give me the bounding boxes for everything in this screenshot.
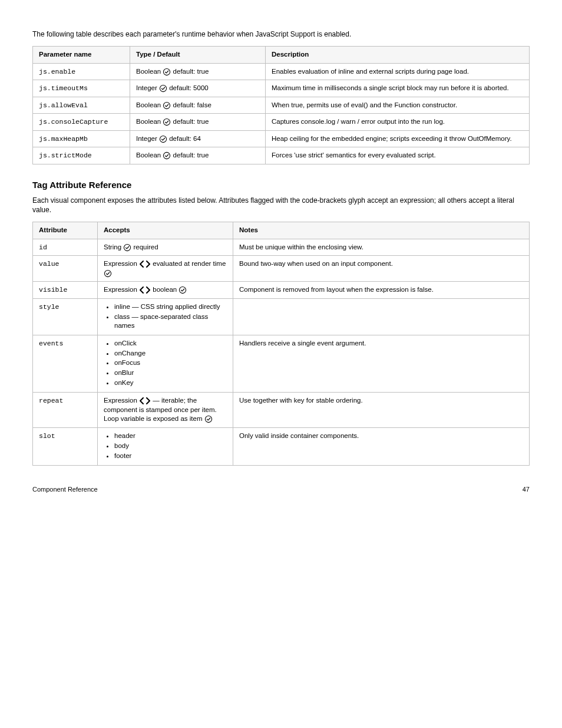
- svg-point-3: [164, 119, 170, 126]
- svg-point-7: [104, 270, 111, 276]
- attr-notes-cell: Must be unique within the enclosing view…: [233, 239, 530, 256]
- param-type-cell: Boolean default: true: [130, 114, 266, 131]
- code-brackets-icon: [139, 261, 151, 268]
- param-name: js.timeoutMs: [39, 84, 88, 92]
- attr-name-cell: value: [33, 256, 98, 282]
- code-brackets-icon: [139, 397, 151, 404]
- attr-notes-cell: Bound two-way when used on an input comp…: [233, 256, 530, 282]
- parameters-table: Parameter name Type / Default Descriptio…: [32, 46, 530, 164]
- param-name-cell: js.maxHeapMb: [33, 130, 130, 147]
- table-row: js.allowEvalBoolean default: falseWhen t…: [33, 97, 530, 114]
- param-desc-cell: Heap ceiling for the embedded engine; sc…: [266, 130, 530, 147]
- check-circle-icon: [178, 286, 187, 294]
- col-header: Attribute: [33, 222, 98, 239]
- table-header-row: Attribute Accepts Notes: [33, 222, 530, 239]
- param-type-cell: Boolean default: false: [130, 97, 266, 114]
- attr-accepts-cell: Expression — iterable; the component is …: [98, 393, 233, 428]
- attr-option-list: inline — CSS string applied directlyclas…: [104, 302, 228, 330]
- param-desc-cell: Captures console.log / warn / error outp…: [266, 114, 530, 131]
- check-circle-icon: [163, 101, 171, 110]
- check-circle-icon: [159, 84, 167, 93]
- param-desc-cell: When true, permits use of eval() and the…: [266, 97, 530, 114]
- list-item: onChange: [114, 349, 228, 358]
- param-desc-cell: Maximum time in milliseconds a single sc…: [266, 80, 530, 97]
- attr-name: id: [39, 243, 47, 251]
- list-item: onBlur: [114, 368, 228, 377]
- svg-point-0: [164, 68, 170, 75]
- attr-name-cell: id: [33, 239, 98, 256]
- check-circle-icon: [163, 68, 171, 76]
- attr-name: slot: [39, 432, 55, 440]
- table-row: slotheaderbodyfooterOnly valid inside co…: [33, 427, 530, 465]
- attr-name-cell: style: [33, 298, 98, 335]
- list-item: class — space-separated class names: [114, 312, 228, 330]
- param-name-cell: js.strictMode: [33, 147, 130, 164]
- param-type-cell: Integer default: 64: [130, 130, 266, 147]
- attr-option-list: onClickonChangeonFocusonBluronKey: [104, 339, 228, 388]
- param-desc-cell: Forces 'use strict' semantics for every …: [266, 147, 530, 164]
- svg-point-1: [160, 85, 166, 92]
- col-header: Parameter name: [33, 47, 130, 64]
- attr-name: events: [39, 340, 63, 347]
- footer-left: Component Reference: [32, 486, 98, 493]
- table-header-row: Parameter name Type / Default Descriptio…: [33, 47, 530, 64]
- attr-name: style: [39, 303, 59, 311]
- param-name: js.allowEval: [39, 101, 88, 109]
- code-brackets-icon: [139, 286, 151, 294]
- param-name-cell: js.enable: [33, 63, 130, 80]
- svg-point-8: [180, 287, 186, 294]
- attributes-table: Attribute Accepts Notes idString require…: [32, 222, 530, 465]
- check-circle-icon: [163, 118, 171, 126]
- list-item: body: [114, 442, 228, 450]
- page: The following table describes each param…: [0, 0, 562, 528]
- table-row: js.consoleCaptureBoolean default: trueCa…: [33, 114, 530, 131]
- attr-notes-cell: Only valid inside container components.: [233, 427, 530, 465]
- page-footer: Component Reference 47: [32, 486, 530, 493]
- list-item: onFocus: [114, 358, 228, 367]
- footer-page-number: 47: [523, 486, 530, 493]
- table-row: js.strictModeBoolean default: trueForces…: [33, 147, 530, 164]
- param-name: js.enable: [39, 68, 75, 75]
- attr-name: repeat: [39, 397, 63, 404]
- table-row: visibleExpression boolean Component is r…: [33, 282, 530, 299]
- check-circle-icon: [204, 415, 213, 423]
- attr-accepts-cell: String required: [98, 239, 233, 256]
- table-row: js.enableBoolean default: trueEnables ev…: [33, 63, 530, 80]
- attr-name: visible: [39, 286, 67, 294]
- svg-point-6: [124, 244, 131, 251]
- attr-notes-cell: [233, 298, 530, 335]
- param-name: js.strictMode: [39, 151, 92, 159]
- param-name-cell: js.timeoutMs: [33, 80, 130, 97]
- attr-name: value: [39, 260, 59, 268]
- attr-option-list: headerbodyfooter: [104, 431, 228, 460]
- param-type-cell: Boolean default: true: [130, 147, 266, 164]
- attr-accepts-cell: inline — CSS string applied directlyclas…: [98, 298, 233, 335]
- table-row: js.maxHeapMbInteger default: 64Heap ceil…: [33, 130, 530, 147]
- attr-name-cell: events: [33, 335, 98, 393]
- param-name-cell: js.consoleCapture: [33, 114, 130, 131]
- col-header: Accepts: [98, 222, 233, 239]
- svg-point-9: [205, 416, 211, 423]
- param-type-cell: Integer default: 5000: [130, 80, 266, 97]
- table-row: js.timeoutMsInteger default: 5000Maximum…: [33, 80, 530, 97]
- list-item: onKey: [114, 378, 228, 387]
- list-item: header: [114, 431, 228, 440]
- list-item: footer: [114, 452, 228, 460]
- attr-notes-cell: Handlers receive a single event argument…: [233, 335, 530, 393]
- list-item: onClick: [114, 339, 228, 348]
- attr-name-cell: visible: [33, 282, 98, 299]
- attr-accepts-cell: onClickonChangeonFocusonBluronKey: [98, 335, 233, 393]
- attr-name-cell: repeat: [33, 393, 98, 428]
- attr-name-cell: slot: [33, 427, 98, 465]
- svg-point-2: [164, 102, 170, 108]
- attr-notes-cell: Component is removed from layout when th…: [233, 282, 530, 299]
- col-header: Notes: [233, 222, 530, 239]
- param-name: js.consoleCapture: [39, 118, 108, 126]
- param-desc-cell: Enables evaluation of inline and externa…: [266, 63, 530, 80]
- check-circle-icon: [123, 243, 131, 252]
- table-row: idString requiredMust be unique within t…: [33, 239, 530, 256]
- attr-accepts-cell: Expression boolean: [98, 282, 233, 299]
- svg-point-5: [164, 153, 170, 159]
- param-name-cell: js.allowEval: [33, 97, 130, 114]
- table-row: eventsonClickonChangeonFocusonBluronKeyH…: [33, 335, 530, 393]
